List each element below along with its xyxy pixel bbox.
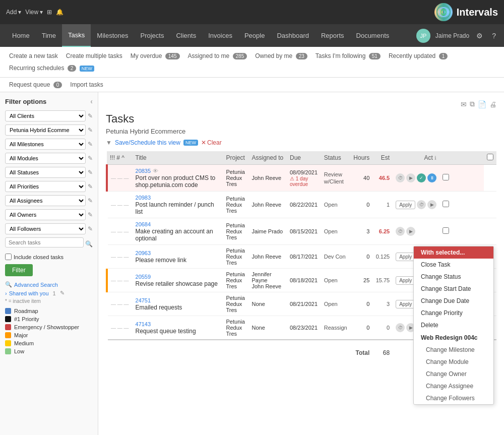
advanced-search-link[interactable]: 🔍 Advanced Search <box>5 281 93 288</box>
view-button[interactable]: View ▾ <box>25 9 43 16</box>
recurring-schedules-link[interactable]: Recurring schedules 2 NEW <box>6 63 97 73</box>
dropdown-change-module[interactable]: Change Module <box>414 356 493 368</box>
task-checkbox[interactable] <box>439 218 484 245</box>
dropdown-change-milestone[interactable]: Change Milestone <box>414 344 493 356</box>
nav-reports[interactable]: Reports <box>315 25 350 46</box>
owned-by-me-link[interactable]: Owned by me 23 <box>252 51 310 61</box>
assignees-select[interactable]: All Assignees <box>5 195 86 206</box>
task-title[interactable]: Make creating an account an optional <box>136 228 220 242</box>
dropdown-change-assignee[interactable]: Change Assignee <box>414 380 493 392</box>
milestones-select[interactable]: All Milestones <box>5 139 86 150</box>
task-id[interactable]: 20684 <box>136 221 151 227</box>
check-icon[interactable]: ✓ <box>417 173 426 182</box>
task-checkbox[interactable] <box>439 165 484 192</box>
nav-invoices[interactable]: Invoices <box>202 25 238 46</box>
task-id[interactable]: 20559 <box>136 274 151 280</box>
dropdown-delete[interactable]: Delete <box>414 319 493 331</box>
apply-button[interactable]: Apply <box>396 201 415 209</box>
edit-shared-icon[interactable]: ✎ <box>60 290 65 296</box>
request-queue-link[interactable]: Request queue 0 <box>6 80 65 90</box>
col-flags[interactable]: !!! # ^ <box>107 151 133 165</box>
dropdown-change-start-date[interactable]: Change Start Date <box>414 283 493 295</box>
nav-clients[interactable]: Clients <box>170 25 202 46</box>
row-checkbox[interactable] <box>443 227 449 234</box>
dropdown-change-owner[interactable]: Change Owner <box>414 368 493 380</box>
apply-button[interactable]: Apply <box>396 300 415 308</box>
timer-icon[interactable]: ⏱ <box>396 323 405 332</box>
eye-icon[interactable]: 👁 <box>153 168 158 174</box>
statuses-edit-icon[interactable]: ✎ <box>88 169 93 176</box>
shared-with-link[interactable]: › Shared with you 1 ✎ <box>5 290 93 296</box>
help-icon[interactable]: ? <box>490 30 498 42</box>
col-est[interactable]: Est <box>372 151 393 165</box>
col-assigned[interactable]: Assigned to <box>248 151 287 165</box>
copy-icon[interactable]: ⧉ <box>470 100 475 108</box>
nav-home[interactable]: Home <box>6 25 36 46</box>
clients-edit-icon[interactable]: ✎ <box>88 112 93 119</box>
col-act[interactable]: Act ℹ <box>393 151 439 165</box>
task-title[interactable]: Post launch reminder / punch list <box>136 201 220 215</box>
nav-projects[interactable]: Projects <box>134 25 170 46</box>
my-overdue-link[interactable]: My overdue 145 <box>128 51 183 61</box>
nav-milestones[interactable]: Milestones <box>91 25 134 46</box>
row-checkbox[interactable] <box>443 174 449 180</box>
act-info-icon[interactable]: ℹ <box>434 155 436 161</box>
export-icon[interactable]: 📄 <box>478 100 486 108</box>
task-title[interactable]: Revise retailer showcase page <box>136 280 220 287</box>
nav-people[interactable]: People <box>238 25 271 46</box>
notification-icon-button[interactable]: 🔔 <box>56 9 64 16</box>
nav-documents[interactable]: Documents <box>350 25 396 46</box>
include-closed-checkbox[interactable] <box>5 254 12 260</box>
col-due[interactable]: Due <box>287 151 321 165</box>
dropdown-close-task[interactable]: Close Task <box>414 259 493 271</box>
search-input[interactable] <box>5 237 84 247</box>
col-project[interactable]: Project <box>223 151 249 165</box>
task-id[interactable]: 47143 <box>136 321 151 327</box>
nav-time[interactable]: Time <box>36 25 62 46</box>
row-checkbox[interactable] <box>443 201 449 207</box>
nav-tasks[interactable]: Tasks <box>62 24 91 47</box>
sidebar-collapse-btn[interactable]: ‹ <box>90 97 93 105</box>
play-icon[interactable]: ▶ <box>406 173 415 182</box>
play-icon[interactable]: ▶ <box>427 200 436 209</box>
dropdown-with-selected[interactable]: With selected... <box>414 246 493 259</box>
task-title[interactable]: Request queue testing <box>136 328 220 335</box>
col-status[interactable]: Status <box>321 151 351 165</box>
filter-button[interactable]: Filter <box>5 264 33 276</box>
modules-edit-icon[interactable]: ✎ <box>88 155 93 162</box>
task-checkbox[interactable] <box>439 192 484 218</box>
task-title[interactable]: Emailed requests <box>136 304 220 311</box>
statuses-select[interactable]: All Statuses <box>5 167 86 178</box>
task-id[interactable]: 24751 <box>136 297 151 303</box>
dropdown-change-priority[interactable]: Change Priority <box>414 307 493 319</box>
pause-icon[interactable]: ⏸ <box>427 173 436 182</box>
dropdown-change-status[interactable]: Change Status <box>414 271 493 283</box>
modules-select[interactable]: All Modules <box>5 153 86 164</box>
timer-icon[interactable]: ⏱ <box>396 173 405 182</box>
apply-button[interactable]: Apply <box>396 276 415 285</box>
timer-icon[interactable]: ⏱ <box>396 227 405 236</box>
task-title[interactable]: Please remove link <box>136 257 220 264</box>
settings-icon[interactable]: ⚙ <box>474 30 485 42</box>
priorities-edit-icon[interactable]: ✎ <box>88 183 93 190</box>
import-tasks-link[interactable]: Import tasks <box>67 80 106 90</box>
assignees-edit-icon[interactable]: ✎ <box>88 197 93 204</box>
play-icon[interactable]: ▶ <box>406 227 415 236</box>
select-all-checkbox[interactable] <box>487 154 493 160</box>
print-icon[interactable]: 🖨 <box>489 100 496 108</box>
create-multiple-tasks-link[interactable]: Create multiple tasks <box>63 51 125 61</box>
timer-icon[interactable]: ⏱ <box>417 200 426 209</box>
task-id[interactable]: 20835 <box>136 168 151 174</box>
grid-icon-button[interactable]: ⊞ <box>47 9 52 16</box>
dropdown-change-due-date[interactable]: Change Due Date <box>414 295 493 307</box>
owners-edit-icon[interactable]: ✎ <box>88 211 93 218</box>
project-select[interactable]: Petunia Hybrid Ecomme <box>5 125 86 136</box>
owners-select[interactable]: All Owners <box>5 209 86 220</box>
create-new-task-link[interactable]: Create a new task <box>6 51 61 61</box>
milestones-edit-icon[interactable]: ✎ <box>88 141 93 148</box>
task-id[interactable]: 20983 <box>136 195 151 201</box>
nav-dashboard[interactable]: Dashboard <box>271 25 315 46</box>
priorities-select[interactable]: All Priorities <box>5 181 86 192</box>
task-id[interactable]: 20963 <box>136 250 151 256</box>
dropdown-change-followers[interactable]: Change Followers <box>414 392 493 404</box>
